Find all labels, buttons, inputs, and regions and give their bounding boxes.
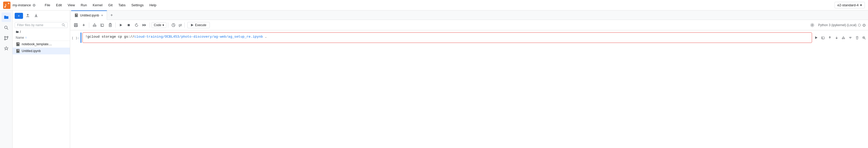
svg-line-39	[843, 37, 843, 38]
cell-delete-icon	[856, 36, 859, 39]
menu-edit[interactable]: Edit	[53, 2, 64, 8]
file-search-box[interactable]	[14, 22, 68, 28]
menu-tabs[interactable]: Tabs	[116, 2, 128, 8]
menu-view[interactable]: View	[65, 2, 78, 8]
file-panel: +	[12, 10, 70, 148]
cell-area: [ ]: !gcloud storage cp gs://cloud-train…	[70, 30, 868, 148]
stop-button[interactable]	[125, 22, 132, 29]
new-button[interactable]: +	[14, 13, 23, 19]
menu-help[interactable]: Help	[147, 2, 159, 8]
cell-content: !gcloud storage cp gs://cloud-training/O…	[83, 32, 812, 43]
file-list-header[interactable]: Name ↑	[12, 35, 70, 41]
download-button[interactable]	[32, 12, 40, 19]
add-cell-button[interactable]: +	[80, 22, 87, 29]
svg-point-37	[842, 38, 843, 39]
menu-kernel[interactable]: Kernel	[90, 2, 105, 8]
cell-down-icon	[835, 36, 838, 39]
cell-merge-button[interactable]	[847, 34, 854, 41]
svg-point-15	[93, 25, 94, 27]
file-breadcrumb[interactable]: /	[12, 29, 70, 35]
cell-move-up-button[interactable]	[827, 34, 833, 41]
file-name-2: Untitled.ipynb	[22, 49, 41, 53]
kernel-settings-button[interactable]	[809, 22, 816, 29]
sort-icon: ↑	[25, 36, 27, 39]
fast-forward-button[interactable]	[141, 22, 148, 29]
svg-rect-24	[128, 24, 130, 26]
kernel-power-icon	[862, 23, 866, 27]
cell-code-prefix: !gcloud storage cp gs://	[85, 35, 134, 39]
tab-add-button[interactable]: +	[108, 11, 115, 19]
execute-label: Execute	[195, 23, 206, 27]
plus-icon: +	[83, 23, 85, 27]
breadcrumb-text: /	[20, 30, 21, 34]
run-cell-button[interactable]	[117, 22, 125, 29]
cell-code-suffix: .	[263, 35, 267, 39]
svg-point-16	[95, 25, 96, 27]
sidebar-item-extension[interactable]	[2, 44, 11, 53]
folder-icon	[4, 14, 9, 20]
restart-button[interactable]	[133, 22, 140, 29]
search-magnifier-icon	[62, 23, 65, 27]
extension-icon	[4, 46, 9, 51]
file-name-1: notebook_template....	[22, 42, 52, 46]
tab-close-button[interactable]: ×	[101, 13, 103, 18]
cell-cut-button[interactable]	[840, 34, 846, 41]
fast-forward-icon	[142, 23, 147, 27]
clock-button[interactable]	[170, 22, 177, 29]
sidebar-item-search[interactable]	[2, 23, 11, 32]
copy-button[interactable]	[99, 22, 106, 29]
svg-line-11	[64, 26, 65, 26]
toolbar-right: Python 3 (ipykernel) (Local)	[809, 22, 866, 29]
kernel-status-circle	[858, 24, 861, 26]
menu-file[interactable]: File	[42, 2, 53, 8]
svg-marker-31	[191, 24, 194, 26]
save-icon	[74, 23, 78, 27]
top-bar-right: e2-standard-4 ▾	[835, 2, 865, 8]
execute-button[interactable]: Execute	[187, 22, 210, 28]
tab-label: Untitled.ipynb	[80, 13, 99, 17]
cell-right-toolbar	[812, 32, 868, 43]
cell-zoom-button[interactable]	[861, 34, 867, 41]
file-notebook-icon-1: 📓	[16, 42, 20, 46]
gear-icon[interactable]: ⚙	[32, 3, 36, 7]
toolbar-divider-2	[115, 23, 116, 28]
cell-code-ext: .ipynb	[251, 35, 263, 39]
file-item-notebook-template[interactable]: 📓 notebook_template....	[12, 41, 70, 48]
cell-type-selector[interactable]: Code ▾	[152, 22, 166, 28]
instance-selector[interactable]: e2-standard-4 ▾	[835, 2, 865, 8]
svg-point-6	[4, 36, 5, 37]
instance-text: my-instance	[12, 3, 31, 7]
upload-button[interactable]	[24, 12, 31, 19]
menu-settings[interactable]: Settings	[129, 2, 146, 8]
sidebar-item-git[interactable]	[2, 33, 11, 43]
svg-marker-33	[815, 36, 817, 39]
file-item-untitled[interactable]: 📓 Untitled.ipynb	[12, 48, 70, 54]
svg-line-44	[865, 38, 865, 39]
menu-run[interactable]: Run	[78, 2, 90, 8]
svg-point-38	[844, 38, 845, 39]
cell-move-down-button[interactable]	[834, 34, 840, 41]
save-button[interactable]	[72, 22, 80, 29]
name-header-text: Name	[16, 36, 24, 39]
tab-untitled-ipynb[interactable]: 📓 Untitled.ipynb ×	[71, 10, 107, 20]
cell-bracket-open: [	[72, 36, 73, 40]
restart-icon	[134, 23, 138, 27]
file-search-input[interactable]	[17, 23, 61, 27]
file-list: 📓 notebook_template.... 📓 Untitled.ipynb	[12, 41, 70, 148]
svg-rect-13	[75, 24, 76, 25]
tab-notebook-icon: 📓	[74, 13, 79, 17]
paste-button[interactable]	[106, 22, 114, 29]
git-label[interactable]: git	[178, 22, 183, 29]
cell-run-button[interactable]	[813, 34, 819, 41]
cell-copy-button[interactable]	[820, 34, 826, 41]
cut-button[interactable]	[91, 22, 98, 29]
cell-play-icon	[815, 36, 818, 39]
svg-rect-14	[74, 25, 77, 26]
sidebar-item-files[interactable]	[2, 12, 11, 22]
cell-input[interactable]: !gcloud storage cp gs://cloud-training/O…	[83, 32, 812, 43]
svg-marker-26	[143, 24, 144, 26]
cell-bracket-close: ]:	[75, 36, 79, 40]
cell-delete-button[interactable]	[854, 34, 860, 41]
tab-bar: 📓 Untitled.ipynb × +	[70, 10, 868, 20]
menu-git[interactable]: Git	[106, 2, 115, 8]
